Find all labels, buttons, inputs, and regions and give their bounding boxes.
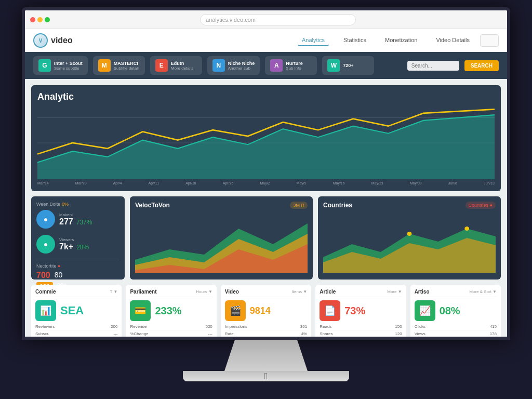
maximize-dot[interactable] <box>45 17 50 22</box>
channel-card-2[interactable]: M MASTERCI Subtitle detail <box>93 56 145 75</box>
widget-panel: Ween Boite 0% ● Makeni 277 737% <box>31 196 125 280</box>
chart-label-8: May/9 <box>297 181 307 185</box>
widget-val-1: 277 <box>59 217 73 227</box>
data-card-header-1: Commie T ▼ <box>35 289 117 297</box>
data-card-sort-5[interactable]: More & Sort ▼ <box>469 289 497 294</box>
country-dot-1 <box>407 232 412 236</box>
row-val: 120 <box>395 331 402 336</box>
channel-icon-3: E <box>155 59 168 72</box>
browser-url-bar[interactable]: analytics.video.com <box>200 14 356 25</box>
close-dot[interactable] <box>30 17 35 22</box>
url-text: analytics.video.com <box>206 17 256 23</box>
channel-title-6: 720+ <box>343 63 369 68</box>
row-val: 4% <box>301 331 308 336</box>
widget-pct-1: 737% <box>76 219 92 226</box>
widget-row-1: ● Makeni 277 737% <box>36 210 119 229</box>
data-metric-pct-1: SEA <box>60 304 84 317</box>
data-card-icon-4: 📄 <box>320 300 340 321</box>
data-row-2-1: Revenue520 <box>130 323 212 330</box>
analytics-section: Analytic <box>31 85 501 191</box>
widget-header-value: 0% <box>62 202 69 207</box>
widget-bottom-label: Nectortite ● <box>36 263 119 269</box>
row-label: Rate <box>225 331 234 336</box>
widget-red-dot: ● <box>58 263 60 269</box>
channel-card-6[interactable]: W 720+ <box>322 56 374 75</box>
data-card-header-4: Article More ▼ <box>320 289 402 297</box>
row-label: Subscr. <box>35 331 49 336</box>
row-label: %Change <box>130 331 148 336</box>
data-card-title-1: Commie <box>35 289 56 295</box>
data-metric-pct-3: 9814 <box>250 305 271 316</box>
monitor-base:  <box>183 371 349 381</box>
nav-video-details[interactable]: Video Details <box>432 35 474 46</box>
middle-row: Ween Boite 0% ● Makeni 277 737% <box>31 196 501 280</box>
nav-analytics[interactable]: Analytics <box>298 35 329 46</box>
search-button[interactable]: SEARCH <box>464 60 499 71</box>
widget-values-2: 7k+ 28% <box>59 242 119 251</box>
row-val: 178 <box>395 339 402 340</box>
data-row-4-3: Total178 <box>320 338 402 340</box>
row-val: 3227 <box>298 339 307 340</box>
widget-bottom-val2: 80 <box>55 271 63 280</box>
chart-label-11: May/30 <box>410 181 422 185</box>
data-row-1-1: Reviewers200 <box>35 323 117 330</box>
widget-pct-2: 28% <box>76 244 89 251</box>
channel-search-input[interactable] <box>407 61 459 71</box>
browser-chrome: analytics.video.com <box>25 10 507 29</box>
data-card-artiso: Artiso More & Sort ▼ 📈 08% Clicks415 Vie… <box>410 285 501 340</box>
data-row-5-1: Clicks415 <box>415 323 497 330</box>
data-card-metric-4: 73% <box>344 305 365 317</box>
widget-label-viewers: Viewers <box>59 237 119 242</box>
data-row-5-2: Views178 <box>415 330 497 338</box>
data-card-metric-1: SEA <box>60 304 84 317</box>
data-row-4-2: Shares120 <box>320 330 402 338</box>
channel-card-1[interactable]: G Inter + Scout Some subtitle <box>33 56 88 75</box>
monitor-wrapper: analytics.video.com V video Analytics St… <box>11 7 521 392</box>
chart-label-13: Jun/13 <box>484 181 495 185</box>
nav-search-box[interactable] <box>480 34 499 47</box>
row-label: Tags <box>35 339 44 340</box>
channel-icon-2: M <box>98 59 111 72</box>
channel-title-5: Nurture <box>286 61 312 66</box>
data-row-5-3: Total178 <box>415 338 497 340</box>
row-val: --- <box>113 331 117 336</box>
data-card-sort-4[interactable]: More ▼ <box>387 289 402 294</box>
row-label: Revenue <box>130 324 147 329</box>
data-card-title-4: Article <box>320 289 336 295</box>
row-val: 150 <box>395 324 402 329</box>
data-row-1-3: Tags1101 <box>35 338 117 340</box>
data-card-article: Article More ▼ 📄 73% Reads150 Shares120 <box>315 285 406 340</box>
channel-bar: G Inter + Scout Some subtitle M MASTERCI… <box>25 52 507 79</box>
dashboard: Analytic <box>25 79 507 340</box>
chart-label-6: Apr/25 <box>223 181 234 185</box>
channel-sub-3: More details <box>171 66 197 71</box>
chart-label-7: May/2 <box>260 181 270 185</box>
data-card-sort-1[interactable]: T ▼ <box>110 289 118 294</box>
nav-monetization[interactable]: Monetization <box>381 35 421 46</box>
data-card-header-2: Parliament Hours ▼ <box>130 289 212 297</box>
channel-card-4[interactable]: N Niche Niche Another sub <box>207 56 260 75</box>
row-val: --- <box>208 331 212 336</box>
channel-card-5[interactable]: A Nurture Sub info <box>265 56 317 75</box>
channel-title-1: Inter + Scout <box>54 61 83 66</box>
data-card-sort-2[interactable]: Hours ▼ <box>196 289 212 294</box>
channel-card-3[interactable]: E Edutn More details <box>150 56 202 75</box>
widget-stats-2: Viewers 7k+ 28% <box>59 237 119 251</box>
data-card-sort-3[interactable]: Items ▼ <box>292 289 308 294</box>
data-row-3-2: Rate4% <box>225 330 307 338</box>
minimize-dot[interactable] <box>37 17 43 22</box>
chart-label-10: May/23 <box>371 181 383 185</box>
main-chart-area <box>37 107 495 179</box>
nav-statistics[interactable]: Statistics <box>339 35 370 46</box>
row-val: 415 <box>490 324 497 329</box>
widget-circle-1: ● <box>36 210 55 229</box>
channel-title-3: Edutn <box>171 61 197 66</box>
channel-sub-1: Some subtitle <box>54 66 83 71</box>
data-card-content-3: 🎬 9814 <box>225 300 307 321</box>
widget-circle-2: ● <box>36 235 55 254</box>
data-card-title-2: Parliament <box>130 289 156 295</box>
row-val: 1191 <box>203 339 212 340</box>
channel-icon-1: G <box>38 59 51 72</box>
channel-text-2: MASTERCI Subtitle detail <box>114 61 140 71</box>
bottom-row: Commie T ▼ 📊 SEA Reviewers200 Subscr.--- <box>31 285 501 340</box>
